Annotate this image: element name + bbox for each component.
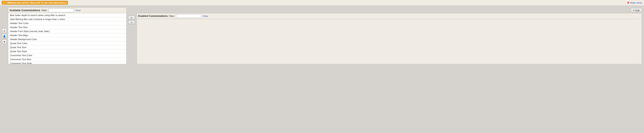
arrow-down-icon: ▼: [4, 40, 6, 43]
enabled-panel: Enabled Customizations Filter: Clear: [137, 13, 642, 64]
list-item[interactable]: Header Text Color: [8, 21, 126, 25]
list-item[interactable]: Comments Text Size: [8, 57, 126, 61]
filter-input-right[interactable]: [176, 14, 202, 18]
enabled-panel-title: Enabled Customizations: [138, 14, 168, 17]
enabled-panel-header: Enabled Customizations Filter: Clear: [137, 13, 642, 19]
list-item[interactable]: Comments Text Style: [8, 61, 126, 64]
edit-label: Edit: [636, 9, 640, 12]
filter-label-right: Filter:: [169, 15, 175, 17]
available-panel: Available Customizations Filter: Clear M…: [8, 7, 126, 64]
list-item[interactable]: Max folder depth to search when using fi…: [8, 13, 126, 17]
make-sticky-area: 📌 Make sticky: [627, 1, 642, 4]
list-item[interactable]: Quota Text Style: [8, 49, 126, 53]
edit-icon: ✏: [633, 9, 635, 12]
middle-buttons: <- ->: [126, 7, 137, 64]
available-items-list: Max folder depth to search when using fi…: [8, 13, 126, 64]
list-item[interactable]: Start filtering files only if phrase is …: [8, 17, 126, 21]
make-sticky-button[interactable]: 📌 Make sticky: [627, 1, 642, 4]
list-item[interactable]: Header Text Size: [8, 25, 126, 29]
user-icon: 👤: [3, 35, 6, 38]
check-icon-btn[interactable]: ✔: [2, 28, 7, 33]
list-item[interactable]: Quota Text Color: [8, 41, 126, 45]
edit-button[interactable]: ✏ Edit: [631, 8, 642, 12]
left-icons: ✔ 👤 ▼: [2, 7, 8, 64]
clear-button-left[interactable]: Clear: [75, 9, 80, 12]
clear-button-right[interactable]: Clear: [203, 15, 208, 17]
available-panel-header: Available Customizations Filter: Clear: [8, 7, 126, 13]
top-bar-title: [ - ] WebInterface (Click 'Show All' to …: [2, 1, 68, 5]
sticky-icon: 📌: [627, 1, 630, 4]
edit-btn-row: ✏ Edit: [137, 7, 642, 13]
filter-input-left[interactable]: [48, 8, 74, 12]
transfer-left-button[interactable]: <-: [128, 16, 135, 20]
transfer-right-button[interactable]: ->: [128, 20, 135, 24]
right-panel-area: ✏ Edit Enabled Customizations Filter: Cl…: [137, 7, 642, 64]
list-item[interactable]: Header Text Align: [8, 33, 126, 37]
list-item[interactable]: Header Font Style (normal, bold, italic): [8, 29, 126, 33]
available-panel-title: Available Customizations: [10, 9, 40, 12]
main-content: ✔ 👤 ▼ Available Customizations Filter: C…: [0, 6, 644, 66]
list-item[interactable]: Quota Text Size: [8, 45, 126, 49]
make-sticky-label: Make sticky: [630, 1, 642, 4]
arrow-icon-btn[interactable]: ▼: [2, 39, 7, 44]
top-bar: [ - ] WebInterface (Click 'Show All' to …: [0, 0, 644, 6]
list-item[interactable]: Comments Text Color: [8, 53, 126, 57]
user-icon-btn[interactable]: 👤: [2, 34, 7, 39]
filter-label-left: Filter:: [42, 9, 48, 12]
list-item[interactable]: Header Background Color: [8, 37, 126, 41]
check-icon: ✔: [4, 29, 6, 32]
